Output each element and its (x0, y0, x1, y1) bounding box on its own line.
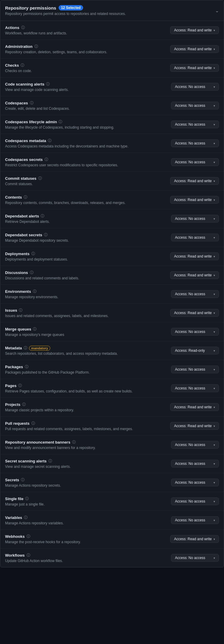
access-dropdown-button[interactable]: Access: Read and write▾ (170, 196, 219, 204)
permission-row: Secret scanning alertsⓘView and manage s… (0, 454, 224, 473)
permission-name-row: Pull requestsⓘ (5, 421, 165, 426)
access-dropdown-button[interactable]: Access: Read and write▾ (170, 45, 219, 53)
info-icon[interactable]: ⓘ (24, 345, 27, 351)
access-dropdown-button[interactable]: Access: Read and write▾ (170, 271, 219, 279)
permission-name: Deployments (5, 252, 30, 256)
info-icon[interactable]: ⓘ (30, 101, 33, 106)
permission-name: Actions (5, 25, 19, 30)
permission-info: Commit statusesⓘCommit statuses. (5, 176, 170, 186)
info-icon[interactable]: ⓘ (24, 195, 27, 200)
access-label: Access: No access (175, 556, 205, 560)
info-icon[interactable]: ⓘ (21, 477, 25, 482)
access-dropdown-button[interactable]: Access: No access▾ (171, 215, 219, 223)
permission-info: ProjectsⓘManage classic projects within … (5, 402, 170, 412)
access-dropdown-button[interactable]: Access: Read and write▾ (170, 64, 219, 72)
access-dropdown-button[interactable]: Access: Read and write▾ (170, 403, 219, 411)
access-dropdown-button[interactable]: Access: No access▾ (171, 328, 219, 336)
permission-info: Repository announcement bannersⓘView and… (5, 440, 171, 450)
access-dropdown-button[interactable]: Access: Read and write▾ (170, 535, 219, 543)
access-dropdown-button[interactable]: Access: No access▾ (171, 121, 219, 128)
permission-info: PackagesⓘPackages published to the GitHu… (5, 364, 171, 374)
info-icon[interactable]: ⓘ (22, 402, 26, 407)
access-dropdown-button[interactable]: Access: No access▾ (171, 139, 219, 147)
permission-description: View and manage code scanning alerts. (5, 88, 166, 92)
access-dropdown-button[interactable]: Access: Read and write▾ (170, 309, 219, 317)
permission-row: WorkflowsⓘUpdate GitHub Action workflow … (0, 549, 224, 567)
permission-row: EnvironmentsⓘManage repository environme… (0, 285, 224, 304)
access-label: Access: No access (175, 292, 205, 296)
info-icon[interactable]: ⓘ (31, 421, 35, 426)
info-icon[interactable]: ⓘ (30, 270, 33, 275)
permission-name: Projects (5, 402, 20, 407)
access-dropdown-button[interactable]: Access: No access▾ (171, 554, 219, 562)
info-icon[interactable]: ⓘ (59, 119, 62, 124)
access-dropdown-button[interactable]: Access: No access▾ (171, 83, 219, 91)
permission-info: ContentsⓘRepository contents, commits, b… (5, 195, 170, 205)
access-dropdown-button[interactable]: Access: No access▾ (171, 234, 219, 241)
permission-description: Manage classic projects within a reposit… (5, 408, 165, 412)
access-dropdown-button[interactable]: Access: No access▾ (171, 384, 219, 392)
dropdown-arrow-icon: ▾ (214, 481, 215, 484)
permission-name: Issues (5, 308, 17, 313)
permission-name: Single file (5, 497, 23, 501)
info-icon[interactable]: ⓘ (18, 383, 22, 388)
access-dropdown-button[interactable]: Access: No access▾ (171, 158, 219, 166)
permission-name: Administration (5, 44, 33, 49)
info-icon[interactable]: ⓘ (34, 44, 38, 49)
permission-row: Code scanning alertsⓘView and manage cod… (0, 77, 224, 96)
info-icon[interactable]: ⓘ (27, 534, 30, 539)
dropdown-arrow-icon: ▾ (214, 179, 215, 183)
info-icon[interactable]: ⓘ (72, 440, 76, 445)
info-icon[interactable]: ⓘ (33, 327, 36, 332)
access-label: Access: Read and write (174, 47, 212, 51)
access-dropdown-button[interactable]: Access: No access▾ (171, 366, 219, 373)
access-dropdown-button[interactable]: Access: Read and write▾ (170, 177, 219, 185)
permission-description: Manage Actions repository variables. (5, 521, 166, 525)
info-icon[interactable]: ⓘ (25, 496, 29, 501)
access-dropdown-button[interactable]: Access: No access▾ (171, 102, 219, 109)
info-icon[interactable]: ⓘ (21, 63, 24, 68)
access-dropdown-button[interactable]: Access: No access▾ (171, 460, 219, 468)
info-icon[interactable]: ⓘ (45, 157, 48, 162)
info-icon[interactable]: ⓘ (19, 308, 22, 313)
access-label: Access: Read and write (174, 273, 212, 277)
permission-row: ContentsⓘRepository contents, commits, b… (0, 191, 224, 209)
permission-name-row: Workflowsⓘ (5, 553, 166, 558)
permission-info: Secret scanning alertsⓘView and manage s… (5, 459, 171, 469)
permission-info: EnvironmentsⓘManage repository environme… (5, 289, 171, 299)
access-dropdown-button[interactable]: Access: Read and write▾ (170, 26, 219, 34)
dropdown-arrow-icon: ▾ (214, 198, 215, 202)
permission-name: Environments (5, 289, 31, 294)
collapse-icon[interactable]: ⌄ (215, 8, 219, 13)
info-icon[interactable]: ⓘ (24, 515, 28, 520)
permission-row: WebhooksⓘManage the post-receive hooks f… (0, 530, 224, 549)
access-dropdown-button[interactable]: Access: No access▾ (171, 497, 219, 505)
permission-name-row: Dependabot secretsⓘ (5, 232, 166, 237)
permission-name-row: Packagesⓘ (5, 364, 166, 369)
info-icon[interactable]: ⓘ (44, 232, 48, 237)
access-dropdown-button[interactable]: Access: No access▾ (171, 516, 219, 524)
access-dropdown-button[interactable]: Access: No access▾ (171, 441, 219, 449)
permission-row: Dependabot alertsⓘRetrieve Dependabot al… (0, 209, 224, 228)
permission-info: Pull requestsⓘPull requests and related … (5, 421, 170, 431)
info-icon[interactable]: ⓘ (25, 364, 28, 369)
access-dropdown-button[interactable]: Access: Read and write▾ (170, 422, 219, 430)
access-dropdown-button[interactable]: Access: Read-only▾ (171, 347, 219, 354)
access-dropdown-button[interactable]: Access: Read and write▾ (170, 252, 219, 260)
info-icon[interactable]: ⓘ (31, 251, 35, 256)
access-dropdown-button[interactable]: Access: No access▾ (171, 479, 219, 486)
info-icon[interactable]: ⓘ (33, 289, 36, 294)
info-icon[interactable]: ⓘ (46, 82, 50, 87)
info-icon[interactable]: ⓘ (48, 459, 52, 464)
dropdown-arrow-icon: ▾ (214, 236, 215, 239)
info-icon[interactable]: ⓘ (27, 553, 30, 558)
info-icon[interactable]: ⓘ (48, 138, 51, 143)
access-label: Access: Read and write (174, 537, 212, 541)
info-icon[interactable]: ⓘ (38, 176, 42, 181)
permission-row: PackagesⓘPackages published to the GitHu… (0, 360, 224, 379)
access-dropdown-button[interactable]: Access: No access▾ (171, 290, 219, 298)
access-label: Access: Read and write (174, 179, 212, 183)
info-icon[interactable]: ⓘ (21, 25, 25, 30)
access-label: Access: No access (175, 103, 205, 108)
info-icon[interactable]: ⓘ (41, 214, 44, 219)
